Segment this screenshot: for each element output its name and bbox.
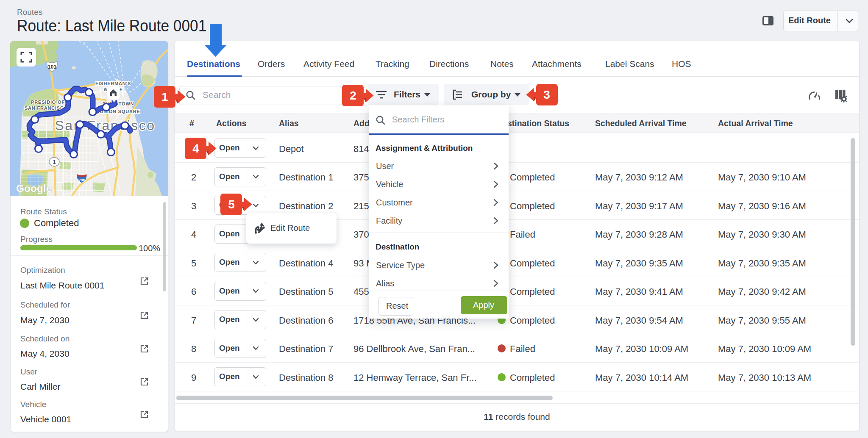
svg-text:Google: Google xyxy=(16,183,52,194)
svg-text:1: 1 xyxy=(53,159,56,165)
svg-text:FISHERMAN'S: FISHERMAN'S xyxy=(95,81,131,86)
svg-text:1: 1 xyxy=(161,90,168,103)
svg-text:2: 2 xyxy=(350,89,356,102)
svg-text:101: 101 xyxy=(48,64,57,70)
svg-text:PRESIDIO OF: PRESIDIO OF xyxy=(31,100,65,105)
svg-text:280: 280 xyxy=(78,177,86,182)
svg-text:San Francisco: San Francisco xyxy=(55,118,155,133)
svg-text:4: 4 xyxy=(192,142,199,155)
svg-text:3: 3 xyxy=(543,88,550,101)
svg-text:5: 5 xyxy=(228,198,235,211)
